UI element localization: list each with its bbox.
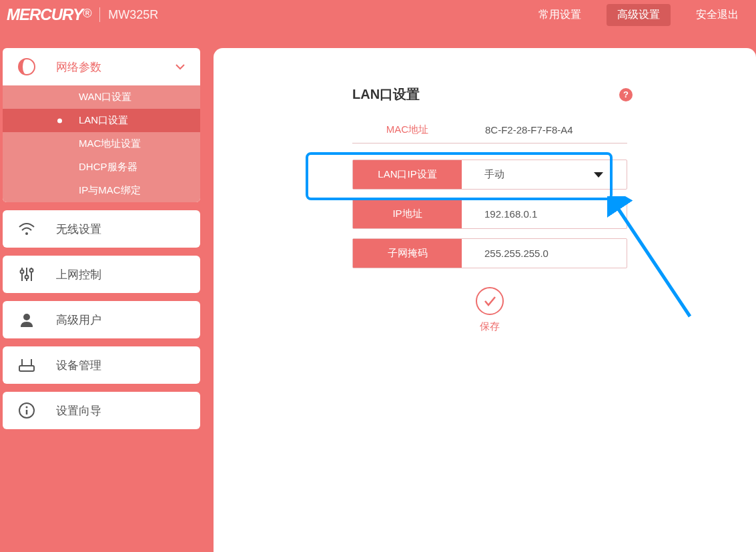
ip-address-input[interactable]: [484, 208, 604, 220]
nav-logout[interactable]: 安全退出: [685, 4, 749, 26]
user-icon: [17, 310, 36, 329]
info-icon: [17, 401, 36, 420]
sidebar-item-wan[interactable]: WAN口设置: [3, 85, 200, 109]
ip-address-row: IP地址: [352, 199, 627, 229]
menu-users: 高级用户: [3, 301, 200, 338]
menu-wizard-header[interactable]: 设置向导: [3, 392, 200, 429]
main-panel: LAN口设置 ? MAC地址 8C-F2-28-F7-F8-A4 LAN口IP设…: [214, 48, 756, 552]
svg-point-7: [30, 269, 33, 272]
menu-wizard: 设置向导: [3, 392, 200, 429]
submenu-network: WAN口设置 LAN口设置 MAC地址设置 DHCP服务器 IP与MAC绑定: [3, 85, 200, 202]
brand: MERCURY ® MW325R: [7, 5, 158, 24]
menu-wireless: 无线设置: [3, 210, 200, 248]
save-label: 保存: [480, 320, 500, 333]
top-nav: 常用设置 高级设置 安全退出: [528, 4, 749, 26]
menu-wizard-label: 设置向导: [56, 403, 101, 419]
menu-wireless-label: 无线设置: [56, 222, 101, 237]
svg-point-8: [23, 314, 30, 320]
brand-separator: [99, 7, 100, 22]
subnet-mask-label: 子网掩码: [353, 239, 462, 268]
brand-model: MW325R: [108, 8, 158, 22]
router-icon: [17, 356, 36, 374]
globe-icon: [17, 57, 36, 76]
mac-row: MAC地址 8C-F2-28-F7-F8-A4: [352, 123, 627, 144]
brand-logo: MERCURY: [7, 5, 83, 24]
menu-users-header[interactable]: 高级用户: [3, 301, 200, 338]
svg-point-6: [25, 276, 29, 279]
subnet-mask-input[interactable]: [484, 248, 604, 259]
mac-value: 8C-F2-28-F7-F8-A4: [462, 124, 627, 135]
menu-network-header[interactable]: 网络参数: [3, 48, 200, 85]
sidebar-item-mac[interactable]: MAC地址设置: [3, 132, 200, 156]
header: MERCURY ® MW325R 常用设置 高级设置 安全退出: [0, 0, 756, 29]
lan-ip-setting-row: LAN口IP设置 手动: [352, 160, 627, 190]
menu-control: 上网控制: [3, 256, 200, 293]
save-button[interactable]: [476, 287, 504, 315]
svg-point-5: [21, 270, 24, 274]
svg-rect-11: [19, 366, 34, 371]
lan-ip-setting-select[interactable]: 手动: [462, 160, 627, 189]
page-title: LAN口设置: [352, 85, 420, 103]
lan-ip-setting-label: LAN口IP设置: [353, 160, 462, 189]
sliders-icon: [17, 265, 36, 284]
brand-reg: ®: [83, 7, 91, 21]
sidebar-item-dhcp[interactable]: DHCP服务器: [3, 156, 200, 179]
menu-network: 网络参数 WAN口设置 LAN口设置 MAC地址设置 DHCP服务器 IP与MA…: [3, 48, 200, 202]
lan-ip-setting-value: 手动: [484, 168, 504, 181]
sidebar: 网络参数 WAN口设置 LAN口设置 MAC地址设置 DHCP服务器 IP与MA…: [0, 48, 200, 552]
svg-point-1: [25, 232, 28, 235]
menu-wireless-header[interactable]: 无线设置: [3, 210, 200, 248]
menu-device-label: 设备管理: [56, 358, 101, 373]
menu-network-label: 网络参数: [56, 59, 101, 75]
sidebar-item-lan[interactable]: LAN口设置: [3, 109, 200, 132]
nav-common-settings[interactable]: 常用设置: [528, 4, 592, 26]
page-title-row: LAN口设置 ?: [352, 85, 633, 103]
ip-address-label: IP地址: [353, 200, 462, 228]
menu-device: 设备管理: [3, 346, 200, 384]
subnet-mask-row: 子网掩码: [352, 238, 627, 268]
help-icon[interactable]: ?: [619, 88, 633, 101]
check-icon: [482, 293, 498, 309]
mac-label: MAC地址: [352, 123, 462, 136]
sidebar-item-ipbind[interactable]: IP与MAC绑定: [3, 179, 200, 202]
svg-point-13: [26, 406, 28, 408]
nav-advanced-settings[interactable]: 高级设置: [607, 4, 671, 26]
menu-control-label: 上网控制: [56, 267, 101, 282]
save-block: 保存: [352, 287, 627, 333]
menu-control-header[interactable]: 上网控制: [3, 256, 200, 293]
chevron-down-icon: [175, 60, 185, 73]
wifi-icon: [17, 220, 36, 238]
caret-down-icon: [593, 169, 604, 180]
menu-device-header[interactable]: 设备管理: [3, 346, 200, 384]
menu-users-label: 高级用户: [56, 312, 101, 328]
